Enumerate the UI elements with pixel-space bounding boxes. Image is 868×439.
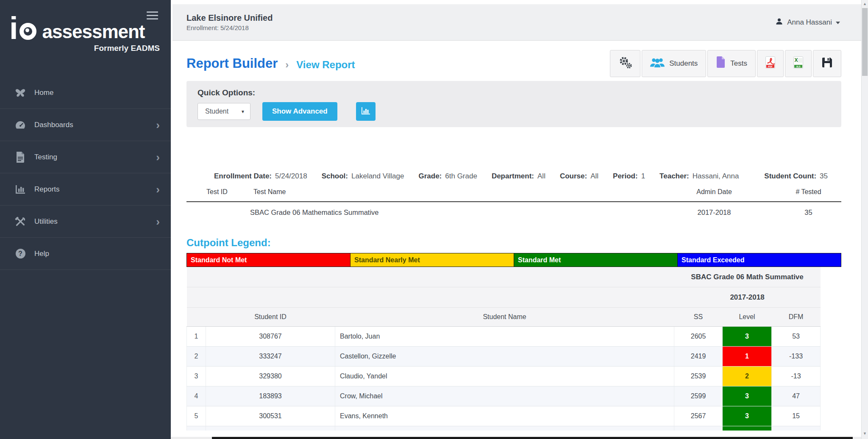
tests-button[interactable]: Tests bbox=[707, 50, 756, 77]
report-filters-row: Enrollment Date:5/24/2018 School:Lakelan… bbox=[186, 172, 841, 181]
row-number-cell: 1 bbox=[187, 327, 206, 347]
filter-value: Lakeland Village bbox=[351, 172, 404, 180]
chevron-right-icon: › bbox=[156, 184, 160, 195]
student-row: 5 300531 Evans, Kenneth 2567 3 15 bbox=[187, 406, 821, 426]
filter-label: School: bbox=[322, 172, 348, 180]
gears-icon bbox=[618, 56, 632, 72]
settings-button[interactable] bbox=[610, 50, 640, 77]
row-number-cell: 4 bbox=[187, 386, 206, 406]
sidebar-item-label: Reports bbox=[34, 185, 60, 194]
legend-band: Standard Met bbox=[514, 253, 678, 267]
butterfly-icon bbox=[13, 88, 28, 97]
filter-value: Hassani, Anna bbox=[693, 172, 739, 180]
sidebar-item-reports[interactable]: Reports › bbox=[0, 173, 171, 206]
brand-mark-o-icon bbox=[19, 23, 36, 40]
ss-cell: 2419 bbox=[674, 347, 723, 367]
student-row: 4 183893 Crow, Michael 2599 3 47 bbox=[187, 386, 821, 406]
tools-icon bbox=[13, 217, 28, 227]
filter-label: Student Count: bbox=[764, 172, 816, 180]
svg-text:XLS: XLS bbox=[796, 65, 801, 68]
partial-next-row bbox=[187, 426, 821, 431]
filter-item: Enrollment Date:5/24/2018 bbox=[214, 172, 307, 181]
legend-band: Standard Exceeded bbox=[677, 253, 841, 267]
student-name-link[interactable]: Claudio, Yandel bbox=[335, 367, 674, 386]
filter-label: Grade: bbox=[418, 172, 442, 180]
filter-value: All bbox=[537, 172, 545, 180]
filter-value: All bbox=[590, 172, 598, 180]
dfm-cell: 15 bbox=[772, 406, 821, 426]
export-pdf-button[interactable]: PDF bbox=[757, 50, 784, 77]
sidebar-item-label: Home bbox=[34, 89, 53, 97]
sidebar-item-utilities[interactable]: Utilities › bbox=[0, 206, 171, 238]
brand-logo[interactable]: i assessment Formerly EADMS bbox=[9, 16, 160, 53]
content: Report Builder › View Report Students bbox=[172, 41, 861, 439]
main-area: Lake Elsinore Unified Enrollment: 5/24/2… bbox=[171, 0, 861, 439]
dfm-cell: -13 bbox=[772, 367, 821, 386]
file-icon bbox=[716, 56, 726, 71]
save-button[interactable] bbox=[813, 50, 841, 77]
filter-item: Teacher:Hassani, Anna bbox=[659, 172, 739, 181]
report-type-select[interactable]: Student ▼ bbox=[198, 103, 250, 120]
horizontal-scrollbar[interactable] bbox=[171, 437, 861, 439]
sidebar-item-testing[interactable]: Testing › bbox=[0, 141, 171, 173]
student-name-link[interactable]: Bartolo, Juan bbox=[335, 327, 674, 347]
student-id-cell: 183893 bbox=[206, 386, 335, 406]
svg-text:PDF: PDF bbox=[768, 65, 773, 68]
vertical-scrollbar-thumb[interactable] bbox=[862, 8, 868, 76]
ss-cell: 2599 bbox=[674, 386, 723, 406]
page-title: Report Builder bbox=[186, 56, 278, 71]
sidebar-item-label: Help bbox=[34, 250, 49, 258]
students-icon bbox=[650, 57, 665, 70]
save-icon bbox=[821, 57, 833, 70]
export-excel-button[interactable]: XXLS bbox=[785, 50, 812, 77]
sidebar: i assessment Formerly EADMS Home Dashboa… bbox=[0, 0, 171, 439]
bar-chart-icon bbox=[362, 107, 370, 116]
scroll-down-arrow-icon[interactable]: ▼ bbox=[862, 431, 868, 436]
sidebar-item-help[interactable]: ? Help bbox=[0, 238, 171, 270]
test-name-header: Test Name bbox=[250, 188, 653, 202]
brand-mark-i: i bbox=[9, 16, 17, 41]
student-table-header-row: Student ID Student Name SS Level DFM bbox=[187, 308, 821, 327]
chart-view-button[interactable] bbox=[356, 102, 376, 121]
student-name-link[interactable]: Castellon, Gizzelle bbox=[335, 347, 674, 367]
students-button-label: Students bbox=[669, 59, 698, 68]
filter-item: Student Count:35 bbox=[764, 172, 828, 181]
student-name-link[interactable]: Evans, Kenneth bbox=[335, 406, 674, 426]
vertical-scrollbar[interactable]: ▲ ▼ bbox=[861, 0, 868, 439]
level-badge: 3 bbox=[723, 327, 772, 347]
legend-band-label: Standard Not Met bbox=[191, 256, 247, 264]
filter-item: Course:All bbox=[560, 172, 598, 181]
sidebar-nav: Home Dashboards › Testing › Rep bbox=[0, 77, 171, 270]
breadcrumb-current: View Report bbox=[296, 59, 355, 71]
user-menu[interactable]: Anna Hassani bbox=[775, 17, 840, 28]
sidebar-item-label: Dashboards bbox=[34, 121, 73, 129]
student-name-link[interactable]: Crow, Michael bbox=[335, 386, 674, 406]
student-row: 3 329380 Claudio, Yandel 2539 2 -13 bbox=[187, 367, 821, 386]
test-table-header-row: Test ID Test Name Admin Date # Tested bbox=[186, 188, 841, 202]
breadcrumb-separator-icon: › bbox=[285, 59, 289, 71]
test-table-row: SBAC Grade 06 Mathematics Summative 2017… bbox=[186, 202, 841, 222]
chevron-right-icon: › bbox=[156, 216, 160, 227]
students-button[interactable]: Students bbox=[642, 50, 706, 77]
horizontal-scrollbar-thumb[interactable] bbox=[212, 437, 853, 439]
test-title-band-row: SBAC Grade 06 Math Summative bbox=[187, 267, 821, 287]
ss-cell: 2539 bbox=[674, 367, 723, 386]
sidebar-item-home[interactable]: Home bbox=[0, 77, 171, 109]
filter-value: 1 bbox=[641, 172, 645, 180]
student-id-cell: 333247 bbox=[206, 347, 335, 367]
row-number-cell: 2 bbox=[187, 347, 206, 367]
sidebar-item-dashboards[interactable]: Dashboards › bbox=[0, 109, 171, 141]
test-id-cell bbox=[186, 202, 250, 222]
row-number-header bbox=[187, 308, 206, 327]
filter-label: Period: bbox=[613, 172, 638, 180]
brand-name: assessment bbox=[42, 23, 145, 41]
question-icon: ? bbox=[13, 249, 28, 258]
show-advanced-button[interactable]: Show Advanced bbox=[262, 102, 337, 121]
admin-date-header: Admin Date bbox=[653, 188, 776, 202]
brand-tagline: Formerly EADMS bbox=[9, 44, 160, 53]
student-name-header: Student Name bbox=[335, 308, 674, 327]
filter-value: 5/24/2018 bbox=[275, 172, 307, 180]
district-block: Lake Elsinore Unified Enrollment: 5/24/2… bbox=[186, 13, 273, 31]
report-toolbar: Students Tests PDF bbox=[610, 50, 841, 77]
scroll-up-arrow-icon[interactable]: ▲ bbox=[862, 2, 868, 6]
